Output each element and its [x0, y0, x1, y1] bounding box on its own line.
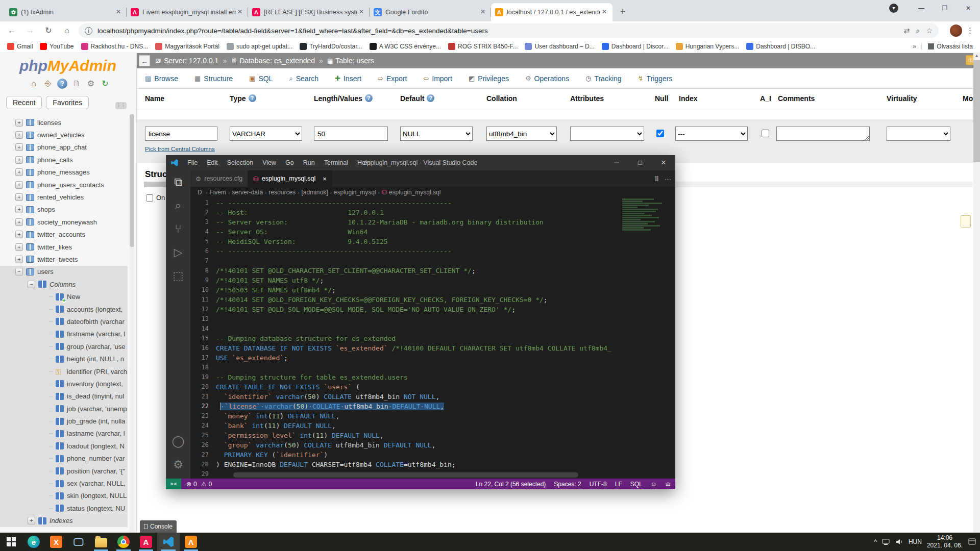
pma-tab-structure[interactable]: ▦Structure — [186, 68, 241, 88]
page-scrollbar[interactable]: ▲ — [973, 53, 980, 533]
run-debug-icon[interactable]: ▷ — [166, 241, 190, 264]
tree-item-society_moneywash[interactable]: +society_moneywash — [0, 216, 128, 228]
collapse-icon[interactable]: − — [28, 281, 35, 288]
tree-item-group[interactable]: ─group (varchar, 'use — [0, 340, 128, 353]
menu-run[interactable]: Run — [299, 159, 320, 166]
editor-horizontal-scrollbar[interactable] — [233, 472, 578, 478]
tree-item-status[interactable]: ─status (longtext, NU — [0, 502, 128, 514]
pma-tab-operations[interactable]: ⚙Operations — [517, 68, 577, 88]
tree-item-New[interactable]: ─New — [0, 290, 128, 303]
vscode-close-button[interactable]: ✕ — [652, 155, 675, 170]
menu-selection[interactable]: Selection — [223, 159, 258, 166]
tree-item-Columns[interactable]: −Columns — [0, 278, 128, 290]
expand-icon[interactable]: + — [15, 193, 23, 201]
breadcrumb-segment[interactable]: esplugin_mysql.sql — [389, 189, 440, 196]
extensions-icon[interactable]: ⬚ — [166, 264, 190, 288]
bookmark-item[interactable]: Hungarian Vypers... — [676, 43, 740, 50]
restore-button[interactable]: ❐ — [933, 1, 957, 16]
exit-icon[interactable]: ⎆ — [43, 79, 53, 89]
pma-tab-search[interactable]: ⌕Search — [281, 68, 327, 88]
breadcrumb-segment[interactable]: server-data — [232, 189, 263, 196]
tab-close-icon[interactable]: ✕ — [357, 8, 365, 16]
refresh-icon[interactable]: ↻ — [100, 79, 110, 89]
panel-resize-handle[interactable]: ⋮⋮ — [115, 102, 127, 109]
docs-icon[interactable]: 🗎 — [71, 79, 82, 89]
column-name-input[interactable] — [145, 127, 217, 141]
central-columns-link[interactable]: Pick from Central Columns — [145, 146, 215, 152]
site-info-icon[interactable]: i — [85, 27, 92, 35]
bookmark-item[interactable]: sudo apt-get updat... — [227, 43, 292, 50]
zoom-icon[interactable]: ⌕ — [916, 27, 920, 35]
expand-icon[interactable]: + — [15, 168, 23, 176]
expand-icon[interactable]: + — [15, 119, 23, 127]
breadcrumb-segment[interactable]: Fivem — [209, 189, 226, 196]
remote-indicator[interactable]: >< — [166, 479, 181, 489]
bookmarks-overflow-icon[interactable]: » — [913, 42, 916, 50]
bookmark-item[interactable]: Gmail — [7, 43, 33, 50]
encoding-indicator[interactable]: UTF-8 — [590, 481, 607, 488]
editor-tab-esplugin_mysql-sql[interactable]: ⛁esplugin_mysql.sql× — [248, 170, 332, 187]
back-icon[interactable]: ← — [5, 24, 18, 37]
collapse-icon[interactable]: − — [15, 268, 23, 276]
pma-tab-import[interactable]: ⇦Import — [415, 68, 460, 88]
expand-icon[interactable]: + — [15, 231, 23, 238]
menu-file[interactable]: File — [183, 159, 202, 166]
auto-increment-checkbox[interactable] — [762, 130, 769, 137]
edge-icon[interactable]: e — [22, 533, 45, 551]
tree-item-phone_messages[interactable]: +phone_messages — [0, 166, 128, 179]
breadcrumb-segment[interactable]: D: — [198, 189, 204, 196]
tree-item-loadout[interactable]: ─loadout (longtext, N — [0, 440, 128, 452]
tree-item-firstname[interactable]: ─firstname (varchar, l — [0, 328, 128, 340]
bookmark-star-icon[interactable]: ☆ — [926, 27, 933, 35]
browser-menu-icon[interactable]: ⋮ — [966, 26, 974, 35]
vscode-titlebar[interactable]: FileEditSelectionViewGoRunTerminalHelp e… — [166, 155, 675, 170]
address-bar[interactable]: i localhost/phpmyadmin/index.php?route=/… — [79, 23, 939, 38]
nav-favorites-button[interactable]: Favorites — [46, 96, 89, 109]
start-button[interactable] — [0, 533, 22, 551]
tab-close-icon[interactable]: × — [323, 175, 327, 183]
pma-tab-privileges[interactable]: ◩Privileges — [460, 68, 517, 88]
avg-icon[interactable]: A — [135, 533, 157, 551]
tree-item-phone_app_chat[interactable]: +phone_app_chat — [0, 141, 128, 154]
breadcrumb-server[interactable]: 🖳Server: 127.0.0.1 — [155, 57, 218, 65]
column-type-select[interactable]: VARCHAR — [230, 127, 302, 141]
bookmark-item[interactable]: TryHardDo/costar... — [300, 43, 362, 50]
menu-terminal[interactable]: Terminal — [320, 159, 353, 166]
breadcrumb-segment[interactable]: [adminok] — [301, 189, 328, 196]
tree-item-rented_vehicles[interactable]: +rented_vehicles — [0, 191, 128, 203]
tree-item-accounts[interactable]: ─accounts (longtext, — [0, 303, 128, 315]
network-icon[interactable] — [882, 538, 890, 545]
eol-indicator[interactable]: LF — [615, 481, 622, 488]
tree-item-dateofbirth[interactable]: ─dateofbirth (varchar — [0, 315, 128, 328]
tree-item-identifier[interactable]: ─identifier (PRI, varch — [0, 365, 128, 378]
minimap[interactable] — [619, 198, 668, 247]
help-icon[interactable]: ? — [249, 94, 256, 102]
vscode-maximize-button[interactable]: □ — [628, 155, 652, 170]
browser-tab[interactable]: 文Google Fordító✕ — [370, 3, 491, 21]
search-icon[interactable]: ⌕ — [166, 194, 190, 217]
tab-close-icon[interactable]: ✕ — [479, 8, 487, 16]
menu-edit[interactable]: Edit — [202, 159, 223, 166]
expand-icon[interactable]: + — [15, 156, 23, 164]
vscode-minimize-button[interactable]: ─ — [605, 155, 628, 170]
tab-close-icon[interactable]: ✕ — [600, 8, 608, 16]
tree-item-inventory[interactable]: ─inventory (longtext, — [0, 378, 128, 390]
tree-item-job[interactable]: ─job (varchar, 'unemp — [0, 403, 128, 415]
browser-tab[interactable]: ΛFivem essplugin_mysql install err✕ — [127, 3, 248, 21]
browser-tab[interactable]: Alocalhost / 127.0.0.1 / es_extende✕ — [491, 3, 612, 21]
expand-icon[interactable]: + — [15, 206, 23, 213]
chrome-icon[interactable] — [112, 533, 135, 551]
code-editor[interactable]: 1-- ------------------------------------… — [190, 198, 675, 479]
expand-icon[interactable]: + — [15, 131, 23, 139]
new-tab-button[interactable]: + — [616, 5, 630, 19]
help-icon[interactable]: ? — [427, 94, 434, 102]
bookmark-item[interactable]: Dashboard | Discor... — [602, 43, 669, 50]
explorer-icon[interactable]: ⧉ — [166, 170, 190, 194]
help-icon[interactable]: ? — [365, 94, 373, 102]
comments-textarea[interactable] — [776, 127, 870, 141]
breadcrumb-segment[interactable]: resources — [268, 189, 296, 196]
pma-tab-sql[interactable]: ▣SQL — [241, 68, 281, 88]
pma-tab-insert[interactable]: ✚Insert — [327, 68, 370, 88]
tab-search-icon[interactable]: ▾ — [889, 4, 898, 13]
pma-tab-browse[interactable]: ▤Browse — [137, 68, 186, 88]
